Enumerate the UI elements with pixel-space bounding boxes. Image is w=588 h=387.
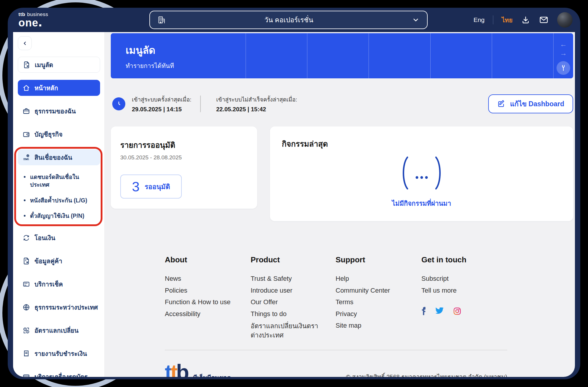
company-selector-dropdown[interactable]: วัน คอเปอร์เรชั่น (149, 11, 428, 29)
sidebar-item-edc-services[interactable]: บริการเครื่องรูดบัตร (18, 369, 100, 377)
footer-link[interactable]: Policies (165, 285, 251, 296)
sidebar-item-label: หน้าหลัก (34, 83, 58, 93)
sidebar-item-label: โอนเงิน (34, 233, 55, 243)
carousel-next-button[interactable]: → (560, 49, 567, 58)
sidebar-item-transfer-money[interactable]: โอนเงิน (18, 230, 100, 246)
copyright-text: © สงวนลิขสิทธิ์ 2568 ธนาคารทหารไทยธนชาต … (346, 372, 507, 377)
footer-link[interactable]: Terms (336, 296, 421, 308)
document-heart-icon (22, 257, 30, 265)
receipt-icon (22, 350, 30, 358)
logo-one: one (18, 17, 38, 29)
sidebar-subitem-label: หนังสือค้ำประกัน (L/G) (30, 196, 87, 204)
login-status-row: เข้าสู่ระบบครั้งล่าสุดเมื่อ: 29.05.2025 … (111, 94, 573, 113)
shortcut-slot (246, 33, 307, 78)
sidebar-collapse-button[interactable] (18, 36, 32, 50)
footer-columns: About News Policies Function & How to us… (165, 255, 507, 340)
document-heart-icon (23, 61, 31, 69)
footer-link[interactable]: Function & How to use (165, 296, 251, 308)
shortcut-banner-title: เมนูลัด (126, 42, 246, 58)
building-icon (157, 15, 166, 24)
footer-link[interactable]: Site map (336, 320, 421, 332)
footer-link[interactable]: Subscript (421, 273, 507, 285)
language-divider (493, 15, 494, 24)
social-icons-row (421, 307, 507, 315)
footer-column-support: Support Help Community Center Terms Priv… (336, 255, 421, 340)
sidebar-subitem-label: แดชบอร์ดสินเชื่อในประเทศ (30, 173, 79, 189)
footer-link[interactable]: Tell us more (421, 285, 507, 296)
failed-login-label: เข้าสู่ระบบไม่สำเร็จครั้งล่าสุดเมื่อ: (216, 95, 297, 104)
globe-icon (22, 303, 30, 311)
pending-approvals-card: รายการรออนุมัติ 30.05.2025 - 28.08.2025 … (111, 126, 257, 209)
sidebar-item-payment-reports[interactable]: รายงานรับชำระเงิน (18, 345, 100, 361)
language-eng-button[interactable]: Eng (473, 16, 484, 23)
ttb-logo-name: ทีเอ็มบีธนชาต TMBThanachart (193, 373, 231, 377)
facebook-icon[interactable] (421, 307, 426, 315)
transfer-arrows-icon (22, 234, 30, 242)
language-thai-button[interactable]: ไทย (502, 15, 513, 25)
footer-column-about: About News Policies Function & How to us… (165, 255, 251, 340)
footer-link[interactable]: Accessibility (165, 308, 251, 320)
sidebar-item-label: รายงานรับชำระเงิน (34, 349, 87, 359)
footer-divider (165, 350, 507, 350)
customize-shortcuts-button[interactable] (557, 61, 570, 75)
footer-link[interactable]: News (165, 273, 251, 285)
twitter-icon[interactable] (435, 307, 444, 315)
sidebar-subitem-domestic-loan-dashboard[interactable]: แดชบอร์ดสินเชื่อในประเทศ (24, 173, 100, 189)
edit-dashboard-button[interactable]: แก้ไข Dashboard (488, 94, 573, 113)
sidebar-navigation: เมนูลัด หน้าหลัก ธุรกรรมของฉัน (13, 32, 104, 377)
sidebar-item-label: สินเชื่อของฉัน (34, 153, 72, 162)
loan-coin-icon (22, 153, 30, 161)
sidebar-item-shortcut-menu[interactable]: เมนูลัด (18, 57, 100, 73)
failed-login-block: เข้าสู่ระบบไม่สำเร็จครั้งล่าสุดเมื่อ: 22… (216, 95, 297, 113)
edit-dashboard-label: แก้ไข Dashboard (510, 99, 564, 109)
footer-link[interactable]: Our Offer (251, 296, 336, 308)
sidebar-item-my-loans[interactable]: สินเชื่อของฉัน (18, 149, 100, 165)
footer-column-title: Get in touch (421, 255, 507, 264)
cheque-card-icon (22, 280, 30, 288)
footer-link[interactable]: Things to do (251, 308, 336, 320)
download-icon[interactable] (521, 15, 530, 25)
sidebar-item-counterparty-info[interactable]: ข้อมูลคู่ค้า (18, 253, 100, 269)
chevron-down-icon (412, 16, 420, 24)
footer-column-title: Product (251, 255, 336, 264)
sidebar-item-label: อัตราแลกเปลี่ยน (34, 326, 78, 335)
briefcase-icon (22, 107, 30, 115)
ttb-name-thai: ทีเอ็มบีธนชาต (193, 373, 231, 377)
footer-link[interactable]: Privacy (336, 308, 421, 320)
app-content: เมนูลัด หน้าหลัก ธุรกรรมของฉัน (13, 32, 575, 377)
footer-link-fx-rates[interactable]: อัตราแลกเปลี่ยนเงินตราต่างประเทศ (251, 321, 336, 340)
recent-activity-card: กิจกรรมล่าสุด ไม่มีกิจกรรมที่ผ่านม (270, 126, 573, 221)
footer-link[interactable]: Trust & Safety (251, 273, 336, 285)
footer-link[interactable]: Community Center (336, 285, 421, 296)
last-login-label: เข้าสู่ระบบครั้งล่าสุดเมื่อ: (132, 95, 191, 104)
sidebar-item-home[interactable]: หน้าหลัก (18, 80, 100, 96)
last-login-block: เข้าสู่ระบบครั้งล่าสุดเมื่อ: 29.05.2025 … (132, 95, 191, 113)
sidebar-item-business-accounts[interactable]: บัญชีธุรกิจ (18, 126, 100, 142)
header-actions: Eng ไทย (473, 12, 573, 28)
sidebar-subitem-promissory-note[interactable]: ตั๋วสัญญาใช้เงิน (P/N) (24, 212, 100, 220)
loans-submenu: แดชบอร์ดสินเชื่อในประเทศ หนังสือค้ำประกั… (18, 173, 100, 220)
sidebar-item-my-transactions[interactable]: ธุรกรรมของฉัน (18, 103, 100, 119)
sidebar-subitem-letter-of-guarantee[interactable]: หนังสือค้ำประกัน (L/G) (24, 196, 100, 204)
card-machine-icon (22, 373, 30, 377)
sidebar-item-international-transactions[interactable]: ธุรกรรมระหว่างประเทศ (18, 299, 100, 315)
bullet-icon (24, 176, 26, 178)
last-login-value: 29.05.2025 | 14:15 (132, 106, 191, 113)
footer-link[interactable]: Help (336, 273, 421, 285)
sidebar-item-cheque-services[interactable]: บริการเช็ค (18, 276, 100, 292)
sidebar-item-exchange-rates[interactable]: อัตราแลกเปลี่ยน (18, 322, 100, 338)
pending-count: 3 (132, 179, 140, 195)
mail-icon[interactable] (539, 15, 549, 25)
pending-approvals-date-range: 30.05.2025 - 28.08.2025 (120, 154, 248, 161)
logo-dot (39, 24, 41, 26)
clock-icon (112, 97, 125, 110)
sidebar-item-label: บัญชีธุรกิจ (34, 129, 63, 139)
currency-exchange-icon (22, 326, 30, 334)
footer-link[interactable]: Introduce user (251, 285, 336, 296)
sidebar-item-label: บริการเช็ค (34, 279, 63, 289)
carousel-prev-button[interactable]: ← (560, 40, 567, 49)
footer-bottom: ttb ทีเอ็มบีธนชาต TMBThanachart © สงวนลิ… (165, 362, 507, 377)
pending-approvals-button[interactable]: 3 รออนุมัติ (120, 175, 182, 199)
instagram-icon[interactable] (453, 307, 461, 315)
user-avatar[interactable] (557, 12, 573, 28)
